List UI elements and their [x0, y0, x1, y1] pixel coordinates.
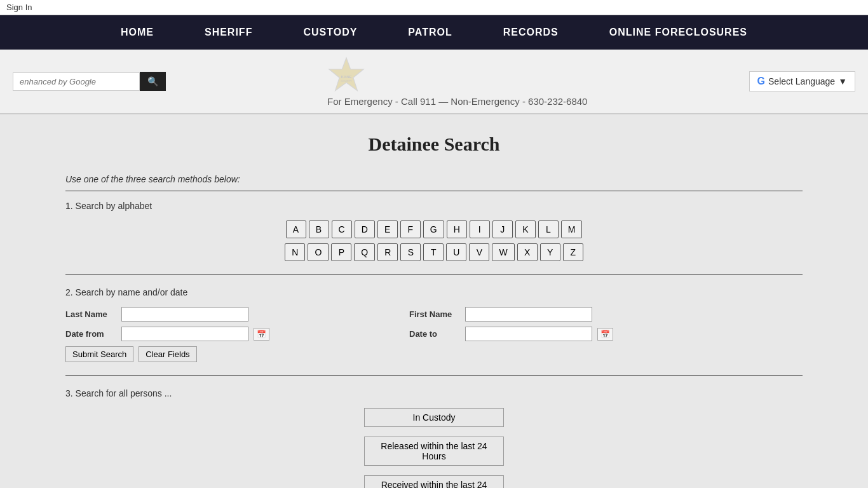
alpha-btn-L[interactable]: L — [538, 220, 559, 238]
alpha-btn-Y[interactable]: Y — [540, 243, 560, 261]
last-name-row: Last Name — [65, 307, 269, 322]
received-button[interactable]: Received within the last 24 Hours — [364, 475, 504, 488]
translate-label: Select Language — [768, 76, 835, 86]
section1-divider — [65, 191, 803, 191]
svg-marker-0 — [329, 58, 363, 91]
alpha-btn-N[interactable]: N — [285, 243, 305, 261]
date-from-label: Date from — [65, 329, 116, 339]
alpha-btn-Q[interactable]: Q — [354, 243, 375, 261]
in-custody-button[interactable]: In Custody — [364, 408, 504, 427]
alpha-btn-P[interactable]: P — [331, 243, 351, 261]
date-to-input[interactable] — [465, 327, 592, 341]
sign-in-bar: Sign In — [0, 0, 868, 15]
google-translate-icon: G — [757, 76, 765, 87]
submit-search-button[interactable]: Submit Search — [65, 346, 133, 362]
page-title: Detainee Search — [65, 133, 803, 155]
alpha-btn-A[interactable]: A — [286, 220, 306, 238]
alpha-btn-D[interactable]: D — [355, 220, 375, 238]
emergency-text: For Emergency - Call 911 — Non-Emergency… — [327, 96, 587, 107]
svg-text:KANE: KANE — [341, 75, 352, 79]
alpha-btn-R[interactable]: R — [377, 243, 398, 261]
alpha-btn-I[interactable]: I — [470, 220, 490, 238]
date-to-label: Date to — [409, 329, 460, 339]
first-name-label: First Name — [409, 309, 460, 319]
alpha-btn-M[interactable]: M — [561, 220, 583, 238]
svg-text:COUNTY: COUNTY — [341, 79, 352, 83]
form-left-col: Last Name Date from 📅 Submit Search Clea… — [65, 307, 269, 362]
alpha-btn-E[interactable]: E — [377, 220, 398, 238]
section3-divider — [65, 375, 803, 376]
translate-button[interactable]: G Select Language ▼ — [749, 71, 855, 92]
date-from-input[interactable] — [121, 327, 248, 341]
date-from-row: Date from 📅 — [65, 327, 269, 341]
instructions-text: Use one of the three search methods belo… — [65, 174, 803, 184]
alpha-btn-H[interactable]: H — [447, 220, 467, 238]
section2-divider — [65, 274, 803, 274]
sign-in-link[interactable]: Sign In — [6, 3, 32, 12]
first-name-input[interactable] — [465, 307, 592, 322]
alpha-btn-F[interactable]: F — [400, 220, 421, 238]
all-persons-section: 3. Search for all persons ... In Custody… — [65, 388, 803, 488]
search-form-columns: Last Name Date from 📅 Submit Search Clea… — [65, 307, 803, 362]
sheriff-logo-icon: KANE COUNTY — [327, 56, 365, 94]
alpha-btn-J[interactable]: J — [492, 220, 513, 238]
nav-item-records[interactable]: RECORDS — [478, 15, 584, 50]
alpha-btn-K[interactable]: K — [515, 220, 536, 238]
alpha-btn-W[interactable]: W — [492, 243, 514, 261]
first-name-row: First Name — [409, 307, 613, 322]
alpha-btn-C[interactable]: C — [332, 220, 352, 238]
date-to-calendar-button[interactable]: 📅 — [597, 328, 613, 341]
alpha-btn-T[interactable]: T — [423, 243, 444, 261]
alpha-btn-V[interactable]: V — [469, 243, 489, 261]
section2-label: 2. Search by name and/or date — [65, 287, 803, 297]
nav-bar: HOMESHERIFFCUSTODYPATROLRECORDSONLINE FO… — [0, 15, 868, 50]
alpha-btn-S[interactable]: S — [400, 243, 421, 261]
section3-label: 3. Search for all persons ... — [65, 388, 803, 398]
google-search-form: 🔍 — [13, 72, 166, 91]
nav-item-online-foreclosures[interactable]: ONLINE FORECLOSURES — [584, 15, 773, 50]
date-from-calendar-button[interactable]: 📅 — [254, 328, 269, 341]
nav-item-custody[interactable]: CUSTODY — [278, 15, 383, 50]
alphabet-row1: ABCDEFGHIJKLM — [65, 220, 803, 238]
last-name-label: Last Name — [65, 309, 116, 319]
name-search-section: 2. Search by name and/or date Last Name … — [65, 287, 803, 362]
alpha-btn-B[interactable]: B — [309, 220, 329, 238]
nav-item-home[interactable]: HOME — [95, 15, 179, 50]
action-buttons-row: Submit Search Clear Fields — [65, 346, 269, 362]
center-header: KANE COUNTY For Emergency - Call 911 — N… — [327, 56, 587, 107]
alphabet-row2: NOPQRSTUVWXYZ — [65, 243, 803, 261]
last-name-input[interactable] — [121, 307, 248, 322]
nav-item-patrol[interactable]: PATROL — [383, 15, 477, 50]
alpha-btn-O[interactable]: O — [308, 243, 329, 261]
clear-fields-button[interactable]: Clear Fields — [139, 346, 196, 362]
form-right-col: First Name Date to 📅 — [409, 307, 613, 362]
alpha-btn-X[interactable]: X — [517, 243, 538, 261]
released-button[interactable]: Released within the last 24 Hours — [364, 437, 504, 466]
date-to-row: Date to 📅 — [409, 327, 613, 341]
alpha-btn-G[interactable]: G — [423, 220, 444, 238]
nav-item-sheriff[interactable]: SHERIFF — [179, 15, 278, 50]
header-bar: 🔍 KANE COUNTY For Emergency - Call 911 —… — [0, 50, 868, 114]
google-search-button[interactable]: 🔍 — [140, 72, 166, 91]
alpha-btn-U[interactable]: U — [446, 243, 466, 261]
main-content: Detainee Search Use one of the three sea… — [53, 114, 815, 488]
alpha-btn-Z[interactable]: Z — [563, 243, 583, 261]
google-search-input[interactable] — [13, 72, 140, 91]
section1-label: 1. Search by alphabet — [65, 201, 803, 211]
translate-dropdown-icon: ▼ — [838, 76, 847, 86]
